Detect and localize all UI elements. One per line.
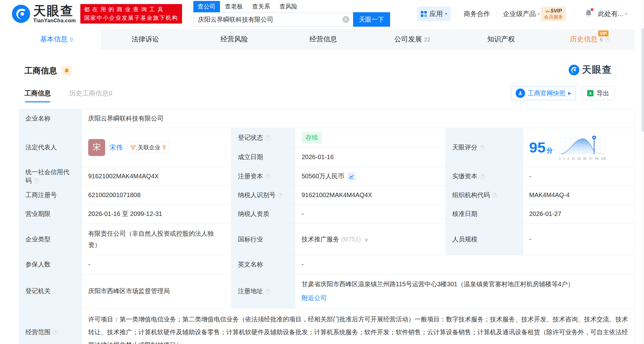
credit-code-value: 91621002MAK4M4AQ4X: [82, 167, 232, 186]
legal-rep-label: 法定代表人: [19, 128, 82, 167]
label-text: 注册资本: [238, 173, 263, 180]
scrollbar-thumb[interactable]: [641, 28, 644, 132]
tab-label: 经营风险: [221, 35, 248, 44]
chevron-down-icon: ▾: [445, 12, 447, 16]
svip-badge[interactable]: SVIP 会员服务: [541, 7, 566, 21]
slogan-line2: 国家中小企业发展子基金旗下机构: [84, 14, 178, 22]
tab-count: 9: [70, 37, 72, 43]
business-term-value: 2026-01-16 至 2099-12-31: [82, 205, 232, 223]
search-tab-risk[interactable]: 查风险: [280, 1, 298, 12]
tab-label: 知识产权: [487, 35, 515, 44]
subtab-history-business-info[interactable]: 历史工商信息0: [69, 89, 112, 98]
related-companies-count: 8: [163, 144, 166, 151]
notification-bell-icon[interactable]: [585, 9, 592, 19]
establish-date-label: 成立日期: [232, 148, 295, 167]
label-text: 实缴资本: [452, 173, 477, 180]
brand-name: 天眼查: [33, 4, 76, 17]
related-companies-badge[interactable]: 关联企业 8: [127, 142, 169, 153]
legal-rep-link[interactable]: 宋伟: [110, 143, 123, 152]
chevron-down-icon[interactable]: ∨: [364, 237, 368, 242]
table-row: 统一社会信用代码? 91621002MAK4M4AQ4X 注册资本? 50560…: [19, 167, 635, 186]
org-network-icon: [131, 145, 136, 150]
insured-value: -: [82, 255, 232, 274]
table-row: 经营范围? 许可项目：第一类增值电信业务；第二类增值电信业务（依法须经批准的项目…: [19, 309, 635, 344]
export-button[interactable]: X 导出: [582, 86, 614, 100]
help-icon[interactable]: ?: [605, 37, 610, 42]
org-code-label: 组织机构代码?: [446, 186, 523, 205]
authority-label: 登记机关: [19, 274, 82, 309]
taxpayer-quality-label: 纳税人资质: [232, 205, 295, 223]
help-icon[interactable]: ?: [265, 174, 271, 179]
slogan-line1: 都在用的商业查询工具: [84, 5, 178, 14]
tianyancha-swirl-icon: [569, 65, 579, 75]
user-menu-label: 此处有...: [598, 9, 623, 18]
reg-no-label: 工商注册号: [19, 186, 82, 205]
subtab-business-info[interactable]: 工商信息: [24, 89, 51, 98]
tianyancha-logo[interactable]: 天眼查 TianYanCha.com: [12, 4, 76, 24]
english-name-label: 英文名称: [232, 255, 295, 274]
address-value: 甘肃省庆阳市西峰区温泉镇兰州路115号运营中心3楼301（温泉镇黄官寨村地庄村机…: [302, 278, 628, 290]
table-row: 工商注册号 621002001071808 纳税人识别号? 91621002MA…: [19, 186, 635, 205]
nav-enterprise[interactable]: 企业级产品 ▾: [503, 9, 539, 18]
chevron-down-icon: ▾: [538, 12, 539, 16]
search-button[interactable]: 天眼一下: [353, 12, 390, 27]
help-icon[interactable]: ?: [480, 174, 485, 179]
company-name-value: 庆阳云界瞬联科技有限公司: [82, 109, 635, 128]
tab-company-development[interactable]: 公司发展 22: [368, 29, 457, 50]
nav-enterprise-label: 企业级产品: [503, 9, 536, 18]
score-chart-axis: 0131550859799100: [559, 157, 606, 160]
tab-operation-info[interactable]: 经营信息: [279, 29, 368, 50]
help-icon[interactable]: ?: [34, 178, 39, 183]
stamp-icon: [516, 89, 525, 98]
tab-label: 历史信息: [570, 35, 598, 44]
tianyancha-swirl-icon: [12, 5, 30, 23]
search-input[interactable]: [193, 12, 353, 27]
brand-domain: TianYanCha.com: [33, 18, 76, 24]
business-info-table: 企业名称 庆阳云界瞬联科技有限公司 法定代表人 宋 宋伟: [19, 109, 635, 344]
industry-value: 技术推广服务: [302, 236, 339, 243]
avatar[interactable]: 宋: [88, 139, 105, 156]
nearby-companies-link[interactable]: 附近公司: [302, 292, 327, 304]
page-scrollbar[interactable]: [641, 0, 644, 344]
user-menu[interactable]: 此处有... ▾: [598, 9, 627, 18]
search-tab-company[interactable]: 查公司: [193, 1, 220, 12]
establish-date-value: 2026-01-16: [295, 148, 446, 167]
label-text: 统一社会信用代码: [25, 169, 69, 184]
table-row: 企业名称 庆阳云界瞬联科技有限公司: [19, 109, 635, 128]
staff-size-label: 人员规模: [446, 223, 523, 255]
label-text: 注册地址: [238, 288, 263, 294]
reg-status-cell: 存续: [295, 128, 446, 148]
help-icon[interactable]: ?: [53, 330, 58, 335]
help-icon[interactable]: ?: [265, 289, 271, 294]
search-tab-relation[interactable]: 查关系: [252, 1, 270, 12]
capital-trend-icon[interactable]: [347, 172, 356, 180]
apps-grid-icon: [421, 11, 427, 17]
apps-menu[interactable]: 应用 ▾: [417, 7, 451, 21]
search-tab-boss[interactable]: 查老板: [225, 1, 243, 12]
help-icon[interactable]: ?: [278, 193, 283, 198]
tab-intellectual-property[interactable]: 知识产权: [457, 29, 545, 50]
industry-cell: 技术推广服务 (M751) ∨: [295, 223, 446, 255]
notification-dot: [591, 8, 593, 11]
score-value: 95分: [529, 140, 553, 155]
company-section-tabs: 基本信息 9 法律诉讼 经营风险 经营信息 公司发展 22 知识产权 历史信息 …: [12, 29, 635, 50]
help-icon[interactable]: ?: [480, 145, 485, 150]
crown-icon: [545, 9, 550, 13]
clear-search-icon[interactable]: ✕: [342, 16, 349, 23]
export-label: 导出: [597, 89, 609, 98]
tab-legal[interactable]: 法律诉讼: [101, 29, 190, 50]
official-snapshot-button[interactable]: 工商官网快照 ▶: [511, 86, 576, 100]
tab-history-info[interactable]: 历史信息 5 ? VIP: [546, 29, 635, 50]
official-snapshot-label: 工商官网快照: [528, 89, 566, 98]
tab-basic-info[interactable]: 基本信息 9: [12, 29, 101, 50]
tab-operation-risk[interactable]: 经营风险: [190, 29, 279, 50]
business-term-label: 营业期限: [19, 205, 82, 223]
search-tabs: 查公司 查老板 查关系 查风险: [193, 1, 390, 12]
subscribe-bell-icon[interactable]: [62, 66, 72, 76]
credit-code-label: 统一社会信用代码?: [19, 167, 82, 186]
nav-cooperation[interactable]: 商务合作: [464, 9, 490, 18]
help-icon[interactable]: ?: [492, 193, 497, 198]
industry-label: 国标行业: [232, 223, 295, 255]
arrow-right-icon: ▶: [568, 91, 571, 95]
help-icon[interactable]: ?: [265, 135, 271, 141]
